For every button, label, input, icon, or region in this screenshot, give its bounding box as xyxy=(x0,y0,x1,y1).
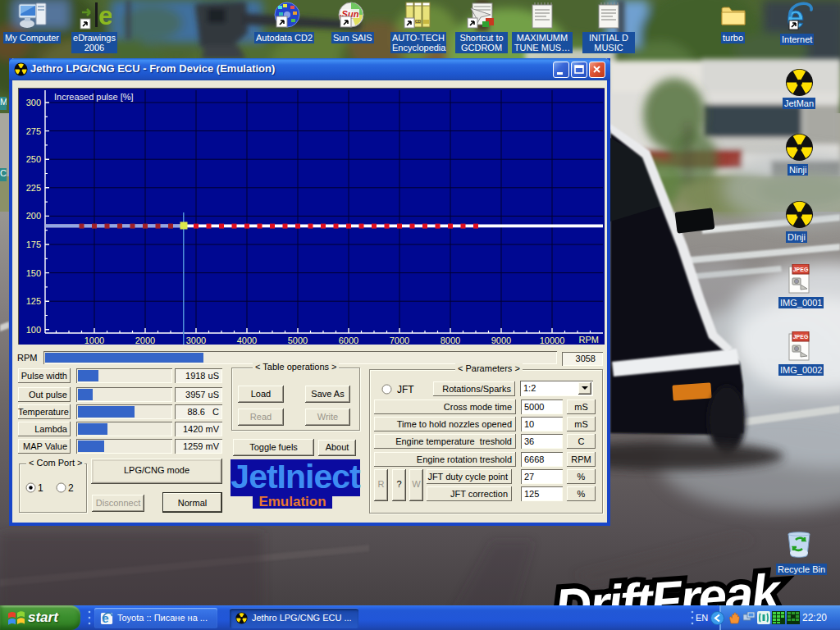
svg-text:3000: 3000 xyxy=(186,336,206,345)
svg-text:300: 300 xyxy=(26,98,41,107)
svg-text:5000: 5000 xyxy=(288,336,308,345)
svg-text:JPEG: JPEG xyxy=(793,334,809,340)
svg-text:7000: 7000 xyxy=(390,336,409,345)
svg-text:10000: 10000 xyxy=(540,336,565,345)
svg-text:250: 250 xyxy=(26,154,41,164)
svg-text:Increased pulse [%]: Increased pulse [%] xyxy=(54,92,134,102)
svg-text:JPEG: JPEG xyxy=(793,267,809,272)
svg-text:8000: 8000 xyxy=(441,336,460,345)
svg-text:4000: 4000 xyxy=(237,336,257,345)
svg-text:2000: 2000 xyxy=(135,336,155,345)
svg-text:125: 125 xyxy=(26,296,41,306)
svg-text:175: 175 xyxy=(26,240,41,249)
svg-text:225: 225 xyxy=(26,183,41,193)
svg-text:RPM: RPM xyxy=(579,335,599,345)
svg-text:100: 100 xyxy=(26,325,41,335)
svg-text:CD: CD xyxy=(415,19,422,24)
svg-text:150: 150 xyxy=(26,268,41,278)
svg-text:e: e xyxy=(98,2,112,30)
svg-text:200: 200 xyxy=(26,211,41,221)
svg-text:6000: 6000 xyxy=(339,336,358,345)
svg-text:275: 275 xyxy=(26,126,41,136)
svg-text:9000: 9000 xyxy=(491,336,511,345)
svg-text:1000: 1000 xyxy=(84,336,104,345)
